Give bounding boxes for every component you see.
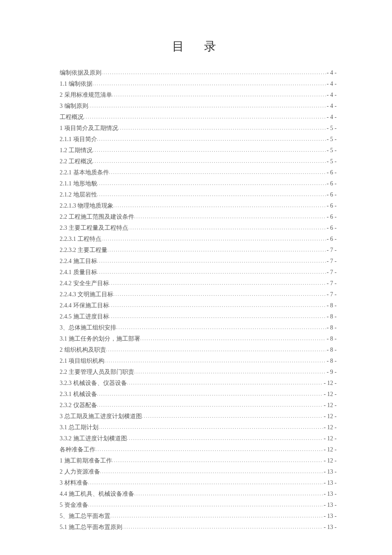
toc-entry: 2.2.3.2 主要工程量 - 7 -	[60, 245, 337, 256]
toc-entry-label: 工程概况	[60, 112, 84, 122]
toc-entry-label: 2.3.2 仪器配备	[60, 400, 97, 410]
toc-entry: 1 项目简介及工期情况 - 5 -	[60, 123, 337, 134]
toc-entry-page: - 7 -	[326, 256, 337, 266]
toc-entry: 2.3.2 仪器配备 - 12 -	[60, 400, 337, 411]
toc-entry-label: 2.2.3.1 工程特点	[60, 234, 101, 244]
toc-entry: 2.4.5 施工进度目标 - 8 -	[60, 311, 337, 322]
toc-entry-page: - 13 -	[323, 477, 337, 488]
toc-entry-page: - 13 -	[323, 511, 337, 521]
toc-leader-dots	[97, 178, 326, 189]
toc-entry-label: 5 资金准备	[60, 500, 88, 510]
toc-entry-label: 1.1 编制依据	[60, 78, 92, 89]
toc-entry-page: - 7 -	[326, 245, 337, 255]
toc-leader-dots	[127, 378, 323, 388]
toc-entry-page: - 5 -	[326, 134, 337, 145]
toc-entry-label: 2.2.4.3 文明施工目标	[60, 289, 113, 300]
toc-entry: 3 总工期及施工进度计划横道图 - 12 -	[60, 411, 337, 422]
toc-leader-dots	[97, 134, 326, 145]
toc-entry: 2.1.1 地形地貌 - 6 -	[60, 178, 337, 189]
toc-entry-label: 2.1.1 地形地貌	[60, 178, 97, 189]
toc-leader-dots	[101, 234, 326, 244]
toc-entry-page: - 4 -	[326, 67, 337, 78]
toc-entry-page: - 6 -	[326, 211, 337, 222]
toc-entry-page: - 7 -	[326, 278, 337, 289]
toc-entry-label: 2.2 工程概况	[60, 156, 92, 167]
toc-leader-dots	[118, 123, 326, 133]
toc-entry-page: - 6 -	[326, 200, 337, 211]
toc-entry-label: 2 采用标准规范清单	[60, 90, 112, 100]
toc-entry-page: - 4 -	[326, 101, 337, 111]
toc-entry-page: - 6 -	[326, 234, 337, 244]
toc-entry: 3.1 总工期计划 - 12 -	[60, 422, 337, 433]
toc-entry-label: 2.4.4 环保施工目标	[60, 300, 109, 311]
toc-leader-dots	[142, 411, 323, 422]
toc-entry-label: 3、总体施工组织安排	[60, 322, 116, 333]
toc-entry-label: 3.1 总工期计划	[60, 422, 98, 433]
toc-entry-page: - 4 -	[326, 90, 337, 100]
toc-leader-dots	[88, 500, 323, 510]
toc-entry-label: 编制依据及原则	[60, 67, 101, 78]
toc-leader-dots	[110, 511, 323, 521]
toc-leader-dots	[122, 522, 323, 532]
toc-entry: 2.2.4 施工目标 - 7 -	[60, 256, 337, 267]
toc-entry-page: - 6 -	[326, 167, 337, 178]
toc-entry: 3 编制原则 - 4 -	[60, 101, 337, 112]
toc-entry-page: - 12 -	[323, 389, 337, 399]
toc-leader-dots	[109, 278, 326, 289]
toc-entry-label: 2.2.1 基本地质条件	[60, 167, 109, 178]
toc-entry-label: 3.2.3 机械设备、仪器设备	[60, 378, 127, 388]
toc-leader-dots	[104, 356, 326, 366]
toc-leader-dots	[97, 256, 326, 266]
toc-entry: 2.4.4 环保施工目标 - 8 -	[60, 300, 337, 311]
toc-entry-label: 4.4 施工机具、机械设备准备	[60, 489, 134, 499]
toc-leader-dots	[134, 211, 326, 222]
toc-entry-page: - 6 -	[326, 189, 337, 200]
toc-entry-page: - 12 -	[323, 378, 337, 388]
toc-entry: 编制依据及原则 - 4 -	[60, 67, 337, 78]
toc-entry-page: - 6 -	[326, 178, 337, 189]
toc-entry: 2.2.3.1 工程特点 - 6 -	[60, 234, 337, 245]
toc-entry: 2.3 主要工程量及工程特点 - 6 -	[60, 223, 337, 234]
toc-entry-label: 2.2.4 施工目标	[60, 256, 97, 266]
toc-leader-dots	[88, 477, 323, 488]
toc-entry-page: - 8 -	[326, 300, 337, 311]
toc-entry: 1 施工前期准备工作 - 12 -	[60, 455, 337, 466]
toc-entry-label: 2.2.3.2 主要工程量	[60, 245, 107, 255]
toc-entry-page: - 13 -	[323, 489, 337, 499]
toc-leader-dots	[101, 67, 326, 78]
toc-leader-dots	[98, 422, 323, 433]
toc-entry: 1.2 工期情况 - 5 -	[60, 145, 337, 156]
toc-entry: 3.2.3 机械设备、仪器设备 - 12 -	[60, 378, 337, 389]
toc-entry-label: 2 组织机构及职责	[60, 344, 106, 355]
toc-leader-dots	[92, 78, 326, 89]
toc-entry-label: 2.4.5 施工进度目标	[60, 311, 109, 322]
toc-entry-label: 2.2.1.3 物理地质现象	[60, 200, 113, 211]
toc-entry-label: 3 材料准备	[60, 477, 88, 488]
toc-leader-dots	[134, 489, 323, 499]
toc-entry: 2.1 项目组织机构 - 8 -	[60, 356, 337, 367]
toc-leader-dots	[134, 367, 326, 377]
toc-leader-dots	[97, 389, 323, 399]
toc-leader-dots	[92, 145, 326, 156]
toc-entry-label: 2.3.1 机械设备	[60, 389, 97, 399]
toc-entry-page: - 13 -	[323, 466, 337, 477]
toc-entry-page: - 12 -	[323, 433, 337, 444]
toc-entry: 2.2.1 基本地质条件 - 6 -	[60, 167, 337, 178]
toc-leader-dots	[84, 112, 326, 122]
toc-entry-label: 3.3.2 施工进度计划横道图	[60, 433, 127, 444]
toc-entry-label: 1 施工前期准备工作	[60, 455, 112, 466]
toc-entry-label: 2.4.1 质量目标	[60, 267, 97, 278]
toc-leader-dots	[112, 90, 326, 100]
toc-leader-dots	[97, 267, 326, 278]
toc-entry: 2.3.1 机械设备 - 12 -	[60, 389, 337, 400]
toc-entry-page: - 13 -	[323, 500, 337, 510]
toc-leader-dots	[88, 101, 326, 111]
toc-entry-label: 各种准备工作	[60, 444, 95, 455]
toc-entry-page: - 6 -	[326, 223, 337, 233]
toc-leader-dots	[116, 322, 326, 333]
toc-entry-label: 3 总工期及施工进度计划横道图	[60, 411, 142, 422]
toc-entry: 3、总体施工组织安排 - 8 -	[60, 322, 337, 333]
toc-entry-label: 1.2 工期情况	[60, 145, 92, 156]
toc-leader-dots	[106, 344, 326, 355]
toc-entry-page: - 8 -	[326, 333, 337, 344]
